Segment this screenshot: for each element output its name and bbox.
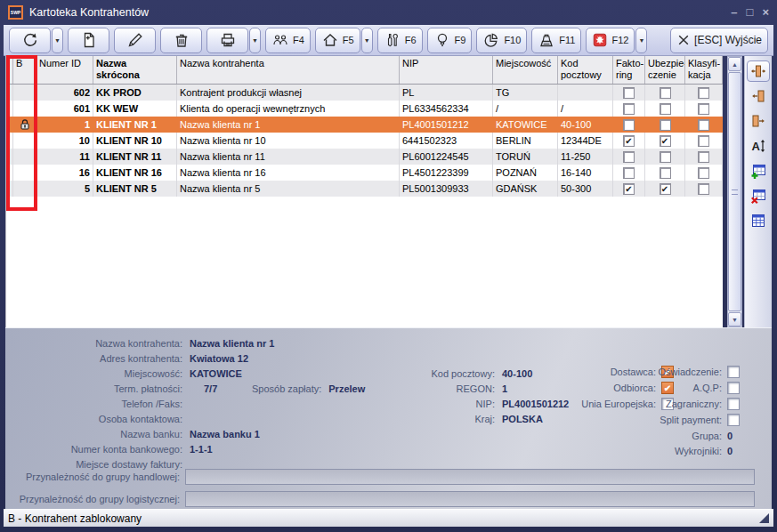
table-row[interactable]: 5KLIENT NR 5Nazwa klienta nr 5PL50013099… — [6, 181, 723, 197]
column-header[interactable]: B — [13, 56, 36, 84]
grid-view-icon — [749, 212, 767, 230]
add-column-button[interactable] — [747, 160, 770, 181]
klasyfikacja-checkbox[interactable] — [698, 119, 709, 131]
city-cell: TG — [493, 85, 558, 101]
split-payment-checkbox[interactable] — [727, 414, 740, 426]
postal-code-cell: 11-250 — [558, 149, 613, 165]
column-header[interactable]: Ubezpie- czenie — [645, 56, 685, 84]
edit-pencil-icon — [126, 31, 144, 49]
shrink-column-button[interactable] — [747, 85, 770, 107]
flag-label: A.Q.P: — [693, 383, 722, 393]
short-name-cell: KLIENT NR 5 — [93, 181, 177, 197]
print-dropdown-button[interactable]: ▼ — [249, 28, 261, 53]
table-row[interactable]: 11KLIENT NR 11Nazwa klienta nr 11PL60012… — [6, 149, 723, 165]
home-f5-button[interactable]: F5 — [315, 28, 360, 53]
column-header[interactable]: Nazwa skrócona — [93, 56, 177, 84]
minimize-button[interactable]: – — [731, 6, 737, 19]
table-row[interactable]: 10KLIENT NR 10Nazwa klienta nr 106441502… — [6, 133, 723, 149]
home-dropdown-button[interactable]: ▼ — [361, 28, 373, 53]
button-label: F4 — [293, 35, 304, 45]
contractor-name-cell: Nazwa klienta nr 11 — [177, 149, 400, 165]
edit-record-button[interactable] — [114, 28, 156, 53]
contractor-name-cell: Nazwa klienta nr 5 — [177, 181, 400, 197]
hint-f9-button[interactable]: F9 — [427, 28, 473, 53]
ubezpieczenie-checkbox[interactable] — [660, 151, 671, 163]
scrollbar-thumb[interactable] — [728, 72, 741, 311]
checkbox-cell — [685, 101, 723, 117]
sort-alpha-button[interactable]: A — [747, 135, 770, 157]
klasyfikacja-checkbox[interactable] — [698, 103, 709, 115]
new-record-button[interactable] — [68, 28, 109, 53]
klasyfikacja-checkbox[interactable] — [698, 135, 709, 147]
ubezpieczenie-checkbox[interactable] — [660, 167, 671, 179]
oświadczenie-checkbox[interactable] — [727, 366, 740, 378]
fit-columns-button[interactable] — [747, 60, 770, 82]
delete-record-button[interactable] — [160, 28, 202, 53]
details-flags-column-2: Oświadczenie:A.Q.P:Zagraniczny:Split pay… — [539, 364, 740, 458]
checkbox-cell — [645, 101, 685, 117]
vertical-scrollbar[interactable]: ▲ ▼ — [727, 56, 742, 327]
klasyfikacja-checkbox[interactable] — [698, 183, 709, 195]
refresh-icon — [21, 31, 39, 49]
checkbox-cell — [685, 133, 723, 149]
column-header[interactable]: Kod pocztowy — [558, 56, 613, 84]
ubezpieczenie-checkbox[interactable]: ✔ — [660, 183, 671, 195]
table-row[interactable]: 601KK WEWKlienta do operacji wewnętrznyc… — [6, 101, 723, 117]
ubezpieczenie-checkbox[interactable] — [660, 103, 671, 115]
flag-row: Oświadczenie: — [539, 364, 740, 380]
checkbox-cell — [613, 149, 645, 165]
register-f11-button[interactable]: F11 — [531, 28, 581, 53]
faktoring-checkbox[interactable] — [623, 103, 635, 115]
faktoring-checkbox[interactable] — [623, 151, 635, 163]
grid-view-button[interactable] — [747, 210, 770, 231]
details-left-column: Nazwa kontrahenta:Nazwa klienta nr 1Adre… — [9, 335, 365, 472]
flag-row: Zagraniczny: — [539, 396, 740, 412]
trade-group-input[interactable] — [185, 469, 755, 485]
refresh-button[interactable] — [9, 28, 51, 53]
flag-row: A.Q.P: — [539, 380, 740, 396]
logistic-group-input[interactable] — [185, 491, 755, 507]
ubezpieczenie-checkbox[interactable]: ✔ — [660, 135, 671, 147]
faktoring-checkbox[interactable] — [623, 87, 635, 99]
close-button[interactable]: × — [762, 6, 769, 19]
button-label: F6 — [405, 35, 417, 45]
faktoring-checkbox[interactable]: ✔ — [623, 135, 635, 147]
klasyfikacja-checkbox[interactable] — [698, 151, 709, 163]
refresh-dropdown-button[interactable]: ▼ — [52, 28, 63, 53]
table-row[interactable]: 1KLIENT NR 1Nazwa klienta nr 1PL40015012… — [6, 117, 723, 133]
expand-column-button[interactable] — [747, 110, 770, 132]
ubezpieczenie-checkbox[interactable] — [660, 119, 671, 131]
maximize-button[interactable]: □ — [747, 6, 754, 19]
column-header[interactable]: Klasyfi- kacja — [685, 56, 723, 84]
home-icon — [321, 31, 339, 49]
faktoring-checkbox[interactable] — [623, 167, 635, 179]
resize-grip[interactable] — [759, 513, 769, 523]
klasyfikacja-checkbox[interactable] — [698, 87, 709, 99]
ubezpieczenie-checkbox[interactable] — [660, 87, 671, 99]
column-header[interactable]: Nazwa kontrahenta — [177, 56, 400, 84]
scroll-up-button[interactable]: ▲ — [728, 57, 741, 71]
table-row[interactable]: 16KLIENT NR 16Nazwa klienta nr 16PL45012… — [6, 165, 723, 181]
scroll-down-button[interactable]: ▼ — [728, 312, 741, 326]
exit-button[interactable]: [ESC] Wyjście — [670, 28, 768, 53]
print-button[interactable] — [206, 28, 248, 53]
a-q-p-checkbox[interactable] — [727, 382, 740, 394]
column-header[interactable]: NIP — [400, 56, 493, 84]
national-f12-button[interactable]: F12 — [586, 28, 635, 53]
klasyfikacja-checkbox[interactable] — [698, 167, 709, 179]
column-header[interactable]: Miejscowość — [493, 56, 558, 84]
faktoring-checkbox[interactable] — [623, 119, 635, 131]
column-header[interactable]: Fakto- ring — [613, 56, 645, 84]
column-header[interactable]: Numer ID — [36, 56, 93, 84]
national-dropdown-button[interactable]: ▼ — [635, 28, 647, 53]
tools-f6-button[interactable]: F6 — [377, 28, 423, 53]
postal-code-cell: / — [558, 101, 613, 117]
faktoring-checkbox[interactable]: ✔ — [623, 183, 635, 195]
remove-column-button[interactable] — [747, 185, 770, 206]
column-header[interactable] — [6, 56, 13, 84]
contacts-f4-button[interactable]: F4 — [265, 28, 311, 53]
table-row[interactable]: 602KK PRODKontrajent produkcji własnejPL… — [6, 85, 723, 101]
stats-f10-button[interactable]: F10 — [476, 28, 527, 53]
detail-field-row: Kraj:POLSKA — [326, 411, 569, 426]
zagraniczny-checkbox[interactable] — [727, 398, 740, 410]
